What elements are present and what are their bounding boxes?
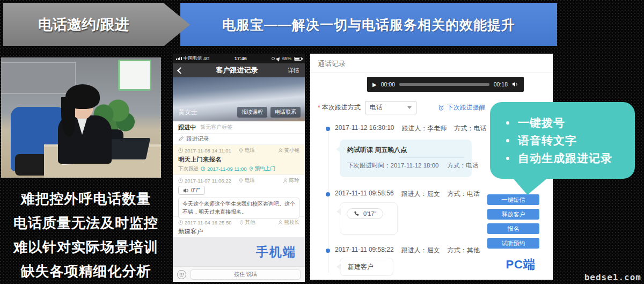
record-channel: 其他 <box>245 219 255 226</box>
feature-text: 语音转文字 <box>518 133 577 148</box>
pin-icon <box>239 148 243 153</box>
clock-icon <box>201 166 206 171</box>
call-audio-pill[interactable]: 0'17" <box>347 208 383 219</box>
divider <box>310 72 553 72</box>
section-tab-arrow: 电话邀约/跟进 <box>3 3 190 46</box>
speaker-icon <box>183 188 188 193</box>
enroll-course-button[interactable]: 报读课程 <box>237 107 267 118</box>
record-time: 2017-11-07 11:06:22 <box>185 178 231 184</box>
records-section-title: 跟进记录 <box>186 135 209 143</box>
entry-person: 跟进人：屈文 <box>401 246 440 255</box>
bullet-icon <box>506 121 509 125</box>
note-text: 新建客户 <box>348 263 374 272</box>
volume-icon[interactable] <box>512 81 518 88</box>
person-icon <box>278 220 283 225</box>
total-time: 00:18 <box>494 81 508 88</box>
trial-booking-button[interactable]: 试听预约 <box>487 238 539 249</box>
photo-whiteboard <box>118 60 151 91</box>
feature-text: 一键拨号 <box>518 115 565 130</box>
battery-icon <box>294 57 302 61</box>
mobile-nav-bar: 客户跟进记录 详情 <box>173 63 305 77</box>
pc-page-title: 通话记录 <box>318 59 346 69</box>
entry-person: 跟进人：李老师 <box>402 124 447 133</box>
method-select[interactable]: 电话 <box>365 101 416 114</box>
play-icon[interactable]: ▶ <box>372 82 377 88</box>
voice-input-bar: 按住 说话 <box>173 266 305 282</box>
method-select-value: 电话 <box>370 103 383 112</box>
note-bubble: 新建客户 <box>340 258 393 276</box>
person-icon <box>278 148 283 153</box>
voice-message-pill[interactable]: 0'7" <box>178 186 205 195</box>
hold-to-talk-button[interactable]: 按住 说话 <box>191 270 301 280</box>
network-label: 4G <box>203 56 209 61</box>
enroll-button[interactable]: 报名 <box>487 223 539 234</box>
clock-icon <box>178 148 183 153</box>
required-mark: * <box>318 104 320 112</box>
customer-name: 黄女士 <box>178 108 197 117</box>
location-icon <box>276 56 282 62</box>
photo-person <box>53 82 117 163</box>
record-channel: 电话 <box>245 177 255 184</box>
timeline-entry: 2017-11-11 09:58:56 跟进人：屈文 方式：电话 <box>335 190 480 199</box>
next-follow-type: 预约上门 <box>255 165 275 172</box>
office-photo <box>1 57 161 178</box>
mobile-page-title: 客户跟进记录 <box>186 65 288 75</box>
pain-point: 缺失各项精细化分析 <box>0 259 172 283</box>
timeline-dot <box>326 127 330 131</box>
record-time: 2017-11-08 14:11:01 <box>185 148 231 154</box>
pencil-icon <box>178 136 184 142</box>
pain-point: 电话质量无法及时监控 <box>0 211 172 235</box>
back-icon[interactable] <box>177 67 184 74</box>
voice-length: 0'7" <box>191 187 200 193</box>
stage-label: 跟进中 <box>178 123 196 132</box>
phone-icon <box>354 211 360 217</box>
one-key-sms-button[interactable]: 一键短信 <box>487 194 539 205</box>
follow-method-row: * 本次跟进方式 电话 下次跟进提醒 <box>318 101 486 114</box>
orientation-lock-icon <box>272 57 275 60</box>
release-customer-button[interactable]: 释放客户 <box>487 209 539 220</box>
record-time: 2017-11-04 16:25:50 <box>185 220 232 225</box>
entry-person: 跟进人：屈文 <box>401 190 440 199</box>
person-icon <box>283 178 288 183</box>
carrier-label: 中国电信 <box>184 55 202 62</box>
battery-percent: 65% <box>282 56 291 61</box>
alarm-icon <box>438 105 444 111</box>
timeline-entry: 2017-11-11 09:58:22 跟进人：屈文 方式：其他 <box>335 246 480 255</box>
record-person: 陈玲 <box>289 177 299 184</box>
follow-state-row: 跟进中 暂无客户标签 <box>173 121 305 134</box>
record-content: 新建客户 <box>178 228 299 236</box>
appointment-card[interactable]: 约试听课 周五晚八点 下次跟进时间：2017-11-12 18:00 方式：电话 <box>340 140 472 177</box>
next-follow-reminder-label: 下次跟进提醒 <box>447 103 486 112</box>
mobile-platform-label: 手机端 <box>256 244 296 260</box>
pin-icon <box>239 220 244 225</box>
entry-method: 方式：其他 <box>448 246 480 255</box>
bullet-icon <box>506 157 509 160</box>
entry-time: 2017-11-11 09:58:22 <box>335 246 394 255</box>
follow-record-card[interactable]: 2017-11-04 16:25:50 其他 熊校长 新建客户 <box>173 217 305 237</box>
next-follow-time: 2017-11-09 11:00 <box>207 166 247 172</box>
chevron-down-icon <box>407 106 412 109</box>
bullet-icon <box>506 139 509 142</box>
entry-method: 方式：电话 <box>448 190 480 199</box>
mobile-footer-area: 手机端 <box>173 237 305 266</box>
call-length: 0'17" <box>363 210 376 217</box>
follow-record-card[interactable]: 2017-11-08 14:11:01 电话 黄小铭 明天上门来报名 下次跟进 <box>173 145 305 175</box>
timeline-entry: 2017-11-12 16:30:10 跟进人：李老师 方式：电话 <box>335 124 487 133</box>
timeline-dot <box>326 249 330 253</box>
next-follow-reminder-link[interactable]: 下次跟进提醒 <box>438 103 486 112</box>
title-banner: 电服宝——解决一切与电话服务相关的效能提升 <box>180 3 557 46</box>
keyboard-icon[interactable] <box>177 270 186 279</box>
detail-link[interactable]: 详情 <box>288 67 299 75</box>
elapsed-time: 00:00 <box>381 81 395 88</box>
record-content: 明天上门来报名 <box>178 156 299 164</box>
banner-title: 电服宝——解决一切与电话服务相关的效能提升 <box>222 16 515 34</box>
follow-record-card[interactable]: 2017-11-07 11:06:22 电话 陈玲 0'7" <box>173 175 305 217</box>
phone-contact-button[interactable]: 电话联系 <box>270 107 301 118</box>
records-section-header: 跟进记录 <box>173 134 305 145</box>
clock-icon <box>178 178 183 183</box>
voice-transcript: 今天这个老师这个学生来我们校区咨询吧。这个不错，明天过来直接报名。 <box>178 198 299 219</box>
progress-bar[interactable] <box>399 83 489 86</box>
record-person: 熊校长 <box>284 219 300 226</box>
feature-item: 语音转文字 <box>506 132 626 149</box>
tag-placeholder: 暂无客户标签 <box>200 123 232 131</box>
